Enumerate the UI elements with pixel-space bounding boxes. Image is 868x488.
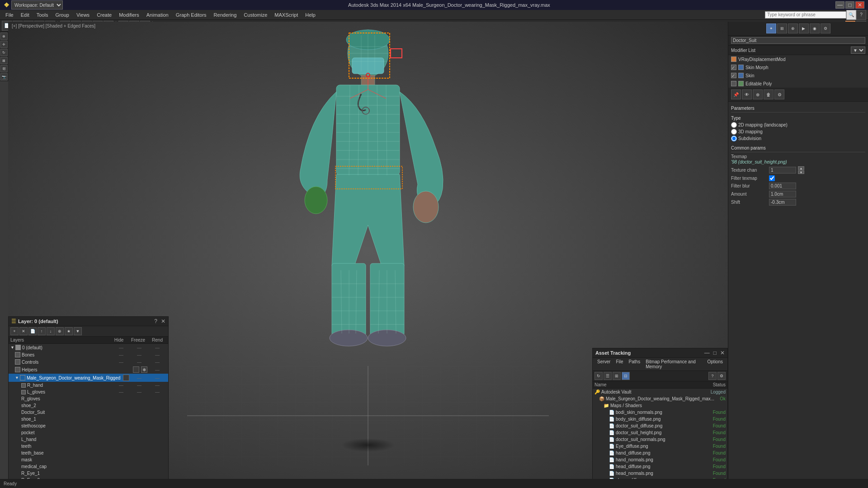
layer-l-hand[interactable]: L_hand (9, 436, 168, 443)
menu-maxscript[interactable]: MAXScript (271, 11, 302, 19)
asset-menu-paths[interactable]: Paths (626, 359, 643, 370)
rotate-tool-btn[interactable]: ↻ (0, 49, 8, 56)
layer-r-gloves[interactable]: R_gloves (9, 395, 168, 402)
asset-doctor-normals[interactable]: 📄 doctor_suit_normals.png Found (593, 436, 727, 443)
search-button[interactable]: 🔍 (846, 10, 856, 20)
asset-hand-normals[interactable]: 📄 hand_normals.png Found (593, 456, 727, 463)
layers-filter-btn[interactable]: ▼ (74, 327, 82, 335)
link-tool-btn[interactable]: ⛓ (0, 65, 8, 72)
amount-input[interactable] (769, 191, 796, 197)
layer-doctor-suit[interactable]: Doctor_Suit (9, 409, 168, 416)
command-panel-create-icon[interactable]: ✦ (766, 23, 776, 33)
asset-icon-view-btn[interactable]: ⊞ (613, 372, 621, 380)
layer-freeze-check-helpers[interactable]: ❄ (141, 366, 147, 373)
layer-l-gloves[interactable]: L_gloves — — — (9, 389, 168, 395)
layer-controls[interactable]: Controls — — — (9, 358, 168, 366)
type-subdivision-radio[interactable] (731, 136, 737, 141)
asset-hand-diffuse[interactable]: 📄 hand_diffuse.png Found (593, 450, 727, 456)
asset-list-view-btn[interactable]: ☰ (604, 372, 612, 380)
layer-bones[interactable]: Bones — — — (9, 351, 168, 358)
minimize-button[interactable]: — (835, 1, 844, 9)
layer-teeth[interactable]: teeth (9, 443, 168, 450)
make-unique-btn[interactable]: ⊕ (753, 89, 763, 99)
layer-stethoscope[interactable]: stethoscope (9, 422, 168, 429)
asset-menu-bitmap[interactable]: Bitmap Performance and Memory (643, 359, 704, 370)
layers-add-btn[interactable]: + (10, 327, 19, 335)
layer-shoe-2[interactable]: shoe_2 (9, 402, 168, 409)
layers-delete-btn[interactable]: ✕ (19, 327, 28, 335)
workspace-selector[interactable]: Workspace: Default (11, 0, 63, 9)
asset-eye-diffuse[interactable]: 📄 Eye_diffuse.png Found (593, 443, 727, 450)
layers-select-btn[interactable]: ⊕ (56, 327, 64, 335)
asset-menu-file[interactable]: File (613, 359, 626, 370)
asset-refresh-btn[interactable]: ↻ (594, 372, 603, 380)
select-tool-btn[interactable]: ⊕ (0, 33, 8, 40)
modifier-item-skin-morph[interactable]: ✓ Skin Morph (728, 63, 868, 71)
asset-model-file[interactable]: 📦 Male_Surgeon_Doctor_wearing_Mask_Rigge… (593, 395, 727, 402)
help-search-btn[interactable]: ? (856, 10, 866, 20)
filter-blur-input[interactable] (769, 183, 796, 189)
layers-minimize-btn[interactable]: ? (154, 318, 157, 324)
command-panel-modify-icon[interactable]: ⊞ (777, 23, 787, 33)
asset-autodesk-vault[interactable]: 🔑 Autodesk Vault Logged (593, 389, 727, 395)
layer-surgeon[interactable]: ▼ Male_Surgeon_Doctor_wearing_Mask_Rigge… (9, 374, 168, 382)
remove-modifier-btn[interactable]: 🗑 (764, 89, 774, 99)
asset-maps-folder[interactable]: 📁 Maps / Shaders (593, 402, 727, 409)
filter-texmap-checkbox[interactable] (769, 175, 775, 181)
layer-default[interactable]: ▼ 0 (default) — — — (9, 344, 168, 351)
asset-menu-server[interactable]: Server (594, 359, 613, 370)
asset-minimize-btn[interactable]: — (704, 350, 710, 356)
layer-hide-check-helpers[interactable] (133, 366, 139, 373)
layers-move-up-btn[interactable]: ↑ (38, 327, 46, 335)
modifier-item-editable-poly[interactable]: Editable Poly (728, 80, 868, 88)
asset-bodi-normals[interactable]: 📄 bodi_skin_normals.png Found (593, 409, 727, 416)
search-input[interactable] (765, 11, 846, 19)
asset-menu-options[interactable]: Options (705, 359, 726, 370)
command-panel-utilities-icon[interactable]: ⚙ (821, 23, 830, 33)
layer-medical-cap[interactable]: medical_cap (9, 463, 168, 470)
menu-animation[interactable]: Animation (143, 11, 172, 19)
menu-group[interactable]: Group (52, 11, 73, 19)
layer-shoe-1[interactable]: shoe_1 (9, 416, 168, 422)
asset-head-normals[interactable]: 📄 head_normals.png Found (593, 470, 727, 477)
asset-help-btn[interactable]: ? (708, 372, 717, 380)
layers-highlight-btn[interactable]: ★ (65, 327, 73, 335)
menu-help[interactable]: Help (302, 11, 319, 19)
menu-customize[interactable]: Customize (240, 11, 271, 19)
texture-chan-down[interactable]: ▼ (798, 170, 804, 174)
type-3d-radio[interactable] (731, 129, 737, 135)
close-button[interactable]: ✕ (855, 1, 864, 9)
object-name-input[interactable] (731, 37, 865, 44)
menu-modifiers[interactable]: Modifiers (115, 11, 143, 19)
asset-body-diffuse[interactable]: 📄 body_skin_diffuse.png Found (593, 416, 727, 422)
asset-detail-view-btn[interactable]: ⊟ (622, 372, 630, 380)
menu-create[interactable]: Create (93, 11, 115, 19)
show-result-btn[interactable]: 👁 (742, 89, 752, 99)
command-panel-hierarchy-icon[interactable]: ⊕ (788, 23, 798, 33)
layer-teeth-base[interactable]: teeth_base (9, 450, 168, 456)
asset-head-diffuse[interactable]: 📄 head_diffuse.png Found (593, 463, 727, 470)
texture-chan-up[interactable]: ▲ (798, 166, 804, 170)
layer-helpers[interactable]: Helpers ❄ — (9, 366, 168, 374)
modifier-dropdown[interactable]: ▼ (851, 47, 865, 54)
layer-hide-check-surgeon[interactable] (123, 375, 129, 381)
command-panel-display-icon[interactable]: ◉ (810, 23, 820, 33)
asset-config-btn[interactable]: ⚙ (717, 372, 726, 380)
menu-views[interactable]: Views (73, 11, 93, 19)
shift-input[interactable] (769, 199, 796, 206)
layers-move-down-btn[interactable]: ↓ (47, 327, 55, 335)
layers-new-btn[interactable]: 📄 (28, 327, 37, 335)
skin-check[interactable]: ✓ (731, 73, 736, 78)
camera-tool-btn[interactable]: 📷 (0, 73, 8, 80)
menu-file[interactable]: File (2, 11, 17, 19)
asset-doctor-diffuse[interactable]: 📄 doctor_suit_diffuse.png Found (593, 422, 727, 429)
layer-pocket[interactable]: pocket (9, 429, 168, 436)
editable-poly-check[interactable] (731, 81, 736, 86)
texmap-value[interactable]: '98 (doctor_suit_height.png) (731, 160, 865, 164)
layer-mask[interactable]: mask (9, 456, 168, 463)
skin-morph-check[interactable]: ✓ (731, 65, 736, 70)
modifier-item-vray[interactable]: VRayDisplacementMod (728, 55, 868, 63)
type-2d-radio[interactable] (731, 122, 737, 128)
command-panel-motion-icon[interactable]: ▶ (799, 23, 809, 33)
move-tool-btn[interactable]: ✛ (0, 41, 8, 48)
